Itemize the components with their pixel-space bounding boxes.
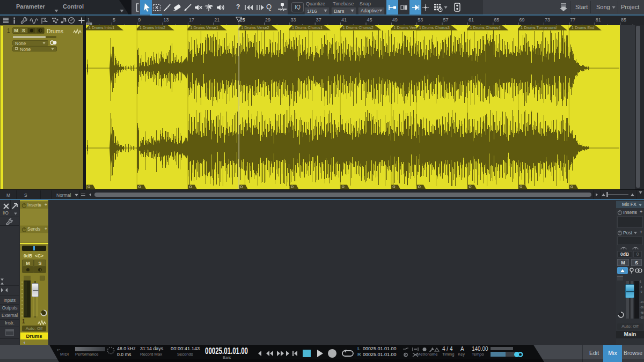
svg-text:33: 33 [290,17,296,23]
svg-text:21: 21 [214,17,219,23]
svg-text:1 Drums Chorus4: 1 Drums Chorus4 [470,25,500,30]
svg-text:1 Drums Turnaround: 1 Drums Turnaround [521,25,557,30]
svg-text:1: 1 [87,17,90,23]
svg-text:53: 53 [418,17,423,23]
svg-text:1 Drums Chorus3: 1 Drums Chorus3 [419,25,450,30]
svg-text:65: 65 [494,17,499,23]
svg-text:1 Drums Chorus2: 1 Drums Chorus2 [343,25,374,30]
svg-text:37: 37 [316,17,321,23]
svg-text:57: 57 [443,17,449,23]
svg-text:9: 9 [138,17,141,23]
svg-text:1 Drums Intro2: 1 Drums Intro2 [140,25,165,30]
svg-text:25: 25 [240,17,245,23]
svg-text:69: 69 [519,17,525,23]
svg-text:61: 61 [469,17,474,23]
svg-text:49: 49 [392,17,398,23]
svg-text:1 Drums Verse2: 1 Drums Verse2 [241,25,269,30]
svg-text:41: 41 [341,17,347,23]
svg-text:1 Drums End: 1 Drums End [572,25,595,30]
svg-text:1 Drums Chorus1: 1 Drums Chorus1 [292,25,323,30]
svg-text:17: 17 [189,17,194,23]
svg-text:45: 45 [367,17,372,23]
svg-text:85: 85 [621,17,626,23]
svg-text:5: 5 [113,17,115,23]
svg-text:73: 73 [545,17,550,23]
svg-text:1 Drums Intro1: 1 Drums Intro1 [89,25,114,30]
svg-text:13: 13 [164,17,169,23]
svg-text:1 Drums Verse1: 1 Drums Verse1 [190,25,218,30]
svg-text:29: 29 [265,17,270,23]
svg-text:77: 77 [570,17,575,23]
svg-text:81: 81 [596,17,601,23]
